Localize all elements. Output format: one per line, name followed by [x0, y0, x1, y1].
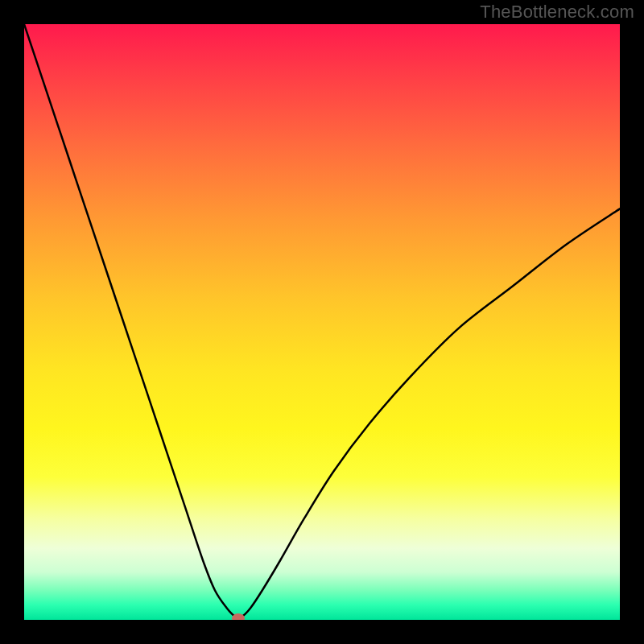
plot-area [24, 24, 620, 620]
bottleneck-curve [24, 24, 620, 620]
chart-frame: TheBottleneck.com [0, 0, 644, 644]
watermark-text: TheBottleneck.com [480, 2, 634, 23]
minimum-marker-icon [232, 613, 245, 620]
